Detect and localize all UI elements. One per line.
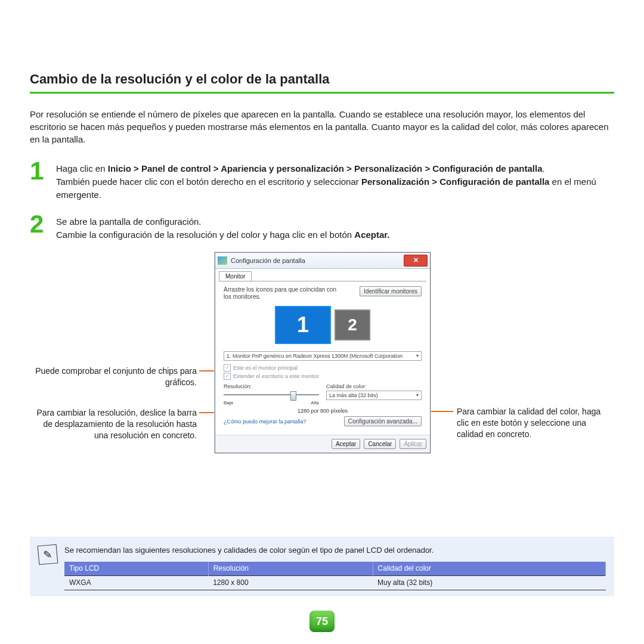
step-2: 2 Se abre la pantalla de configuración. … [30, 212, 614, 242]
monitor-layout: 1 2 [224, 306, 422, 344]
chevron-down-icon: ▾ [416, 353, 419, 358]
monitor-1[interactable]: 1 [275, 306, 331, 344]
primary-monitor-label: Este es el monitor principal [233, 365, 298, 371]
lcd-table: Tipo LCD Resolución Calidad del color WX… [64, 562, 606, 590]
step1-mid2: También puede hacer clic con el botón de… [56, 177, 361, 187]
page: Cambio de la resolución y el color de la… [0, 0, 644, 644]
step2-line1: Se abre la pantalla de configuración. [56, 216, 202, 227]
display-settings-icon [218, 256, 227, 265]
advanced-settings-button[interactable]: Configuración avanzada... [344, 416, 422, 426]
tab-monitor[interactable]: Monitor [219, 271, 252, 281]
step-number-2: 2 [30, 212, 56, 242]
step-1-body: Haga clic en Inicio > Panel de control >… [56, 159, 614, 201]
th-res: Resolución [208, 562, 373, 575]
display-settings-dialog: Configuración de pantalla ✕ Monitor Arra… [215, 252, 431, 453]
dialog-tabs: Monitor [215, 269, 430, 281]
drag-hint: Arrastre los iconos para que coincidan c… [224, 286, 337, 301]
monitor-select[interactable]: 1. Monitor PnP genérico en Radeon Xpress… [224, 351, 422, 361]
resolution-label: Resolución: [224, 383, 319, 389]
extend-desktop-label: Extender el escritorio a este monitor [233, 373, 319, 379]
title-rule [30, 92, 614, 94]
close-icon[interactable]: ✕ [404, 255, 428, 267]
resolution-slider[interactable] [224, 391, 319, 399]
th-lcd: Tipo LCD [64, 562, 208, 575]
td-lcd: WXGA [64, 576, 208, 590]
step1-mid: . [543, 163, 545, 174]
pencil-icon: ✎ [38, 544, 58, 565]
td-color: Muy alta (32 bits) [373, 576, 605, 590]
step-number-1: 1 [30, 159, 56, 201]
color-quality-select[interactable]: La más alta (32 bits) ▾ [326, 391, 422, 400]
th-color: Calidad del color [373, 562, 605, 575]
dialog-buttons: Aceptar Cancelar Aplicar [215, 435, 430, 453]
intro-paragraph: Por resolución se entiende el número de … [30, 108, 614, 145]
identify-monitors-button[interactable]: Identificar monitores [360, 286, 422, 296]
screenshot-area: Puede comprobar el conjunto de chips par… [30, 252, 614, 491]
extend-desktop-checkbox[interactable]: ✓Extender el escritorio a este monitor [224, 373, 422, 380]
slider-low: Baja [224, 400, 233, 405]
page-title: Cambio de la resolución y el color de la… [30, 72, 614, 87]
ok-button[interactable]: Aceptar [332, 439, 360, 449]
apply-button[interactable]: Aplicar [400, 439, 426, 449]
primary-monitor-checkbox[interactable]: ✓Este es el monitor principal [224, 364, 422, 371]
dialog-titlebar: Configuración de pantalla ✕ [215, 253, 430, 269]
step1-pre: Haga clic en [56, 163, 108, 174]
callout-resolution: Para cambiar la resolución, deslice la b… [30, 407, 197, 441]
step2-line2a: Cambie la configuración de la resolución… [56, 230, 354, 240]
table-header-row: Tipo LCD Resolución Calidad del color [64, 562, 606, 575]
callout-color: Para cambiar la calidad del color, haga … [457, 406, 606, 440]
slider-high: Alta [311, 400, 319, 405]
color-quality-label: Calidad de color: [326, 383, 422, 389]
step-2-body: Se abre la pantalla de configuración. Ca… [56, 212, 390, 242]
resolution-value: 1280 por 800 píxeles [224, 408, 422, 414]
recommendation-note: ✎ Se recomiendan las siguientes resoluci… [30, 537, 614, 596]
step-1: 1 Haga clic en Inicio > Panel de control… [30, 159, 614, 201]
chevron-down-icon: ▾ [416, 392, 419, 398]
step1-bold1: Inicio > Panel de control > Apariencia y… [108, 163, 543, 174]
td-res: 1280 x 800 [208, 576, 373, 590]
dialog-title: Configuración de pantalla [231, 257, 305, 264]
monitor-select-value: 1. Monitor PnP genérico en Radeon Xpress… [227, 353, 402, 359]
color-quality-value: La más alta (32 bits) [329, 392, 378, 398]
dialog-panel: Arrastre los iconos para que coincidan c… [219, 281, 426, 431]
improve-display-link[interactable]: ¿Cómo puedo mejorar la pantalla? [224, 419, 306, 425]
cancel-button[interactable]: Cancelar [364, 439, 396, 449]
step2-line2b: Aceptar. [354, 230, 389, 240]
page-number-badge: 75 [309, 611, 335, 632]
monitor-2[interactable]: 2 [335, 309, 370, 340]
table-row: WXGA 1280 x 800 Muy alta (32 bits) [64, 576, 606, 590]
step1-bold2: Personalización > Configuración de panta… [361, 177, 549, 187]
callout-chips: Puede comprobar el conjunto de chips par… [30, 366, 197, 388]
note-text: Se recomiendan las siguientes resolucion… [64, 545, 606, 556]
